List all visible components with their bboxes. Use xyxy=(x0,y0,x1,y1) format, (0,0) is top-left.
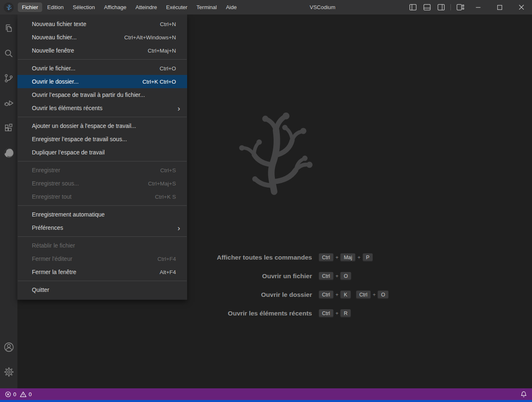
plus-separator: + xyxy=(335,273,338,279)
keycap: P xyxy=(363,253,373,261)
keycap: K xyxy=(340,291,350,298)
menu-shortcut: Ctrl+F4 xyxy=(149,256,176,262)
menubar-item-atteindre[interactable]: Atteindre xyxy=(131,2,161,12)
explorer-icon[interactable] xyxy=(0,18,17,39)
panel-left-icon xyxy=(409,4,416,10)
plus-separator: + xyxy=(373,292,376,298)
error-icon xyxy=(5,391,11,397)
menu-item-enregistrer: Enregistrer Ctrl+S xyxy=(17,164,187,177)
keycap: Ctrl xyxy=(356,291,371,298)
close-window-button[interactable] xyxy=(510,0,532,14)
menu-separator xyxy=(18,205,187,206)
close-icon xyxy=(519,5,524,10)
menu-item-enregistrement-automatique[interactable]: Enregistrement automatique xyxy=(17,208,187,221)
menu-bar: Fichier Edition Sélection Affichage Atte… xyxy=(17,0,241,14)
app-logo xyxy=(0,0,17,14)
menu-shortcut: Ctrl+Maj+S xyxy=(140,181,176,187)
menubar-item-fichier[interactable]: Fichier xyxy=(18,2,42,12)
maximize-icon xyxy=(497,5,502,10)
vscodium-window: Fichier Edition Sélection Affichage Atte… xyxy=(0,0,532,402)
menu-item-enregistrer-tout: Enregistrer tout Ctrl+K S xyxy=(17,190,187,203)
activity-bar xyxy=(0,14,17,388)
menu-item-enregistrer-sous: Enregistrer sous... Ctrl+Maj+S xyxy=(17,177,187,190)
menu-shortcut: Alt+F4 xyxy=(152,269,176,275)
plus-separator: + xyxy=(335,255,338,260)
plus-separator: + xyxy=(358,255,361,260)
menu-shortcut: Ctrl+N xyxy=(152,21,176,27)
shortcut-row-open-recent: Ouvrir les éléments récents Ctrl + R xyxy=(161,309,389,318)
welcome-shortcuts: Afficher toutes les commandes Ctrl + Maj… xyxy=(161,253,389,318)
keycap: Maj xyxy=(340,253,355,261)
search-icon[interactable] xyxy=(0,43,17,64)
shortcut-label: Ouvrir les éléments récents xyxy=(161,310,312,317)
customize-layout-button[interactable] xyxy=(453,0,467,14)
edge-browser-icon[interactable] xyxy=(0,142,17,164)
menubar-item-affichage[interactable]: Affichage xyxy=(100,2,130,12)
menubar-item-aide[interactable]: Aide xyxy=(222,2,241,12)
menu-item-quitter[interactable]: Quitter xyxy=(17,283,187,296)
menu-separator xyxy=(18,161,187,161)
menu-item-ouvrir-espace-travail[interactable]: Ouvrir l’espace de travail à partir du f… xyxy=(17,88,187,101)
vscodium-watermark-logo xyxy=(232,106,317,197)
keycap: Ctrl xyxy=(319,309,333,317)
settings-gear-icon[interactable] xyxy=(0,361,17,383)
maximize-button[interactable] xyxy=(489,0,510,14)
menu-shortcut: Ctrl+K Ctrl+O xyxy=(134,79,176,85)
menu-item-preferences[interactable]: Préférences › xyxy=(17,221,187,234)
menu-separator xyxy=(18,117,187,117)
menubar-item-terminal[interactable]: Terminal xyxy=(193,2,221,12)
account-icon[interactable] xyxy=(0,336,17,358)
warning-count: 0 xyxy=(29,391,31,397)
problems-indicator[interactable]: 0 0 xyxy=(5,391,31,397)
source-control-icon[interactable] xyxy=(0,67,17,89)
menu-item-dupliquer-espace[interactable]: Dupliquer l’espace de travail xyxy=(17,146,187,159)
customize-layout-icon xyxy=(457,4,464,10)
menubar-item-executer[interactable]: Exécuter xyxy=(162,2,191,12)
window-title: VSCodium xyxy=(310,0,335,14)
menu-shortcut: Ctrl+S xyxy=(152,167,176,173)
window-controls xyxy=(406,0,532,14)
menu-item-nouveau-fichier[interactable]: Nouveau fichier... Ctrl+Alt+Windows+N xyxy=(17,31,187,44)
menu-separator xyxy=(18,59,187,60)
plus-separator: + xyxy=(335,292,338,298)
status-bar: 0 0 xyxy=(0,388,532,400)
bell-icon xyxy=(520,391,527,398)
menu-item-nouvelle-fenetre[interactable]: Nouvelle fenêtre Ctrl+Maj+N xyxy=(17,44,187,57)
keycap: Ctrl xyxy=(319,272,333,280)
submenu-chevron-icon: › xyxy=(178,104,180,112)
file-menu-dropdown: Nouveau fichier texte Ctrl+N Nouveau fic… xyxy=(17,14,187,300)
menu-shortcut: Ctrl+K S xyxy=(147,194,176,200)
minimize-icon xyxy=(476,5,481,10)
taskbar-strip xyxy=(0,400,532,402)
menu-item-nouveau-fichier-texte[interactable]: Nouveau fichier texte Ctrl+N xyxy=(17,17,187,31)
warning-icon xyxy=(20,391,26,397)
toggle-panel-button[interactable] xyxy=(420,0,434,14)
keycap: O xyxy=(378,291,389,298)
notifications-button[interactable] xyxy=(520,391,527,398)
menu-item-ajouter-dossier[interactable]: Ajouter un dossier à l'espace de travail… xyxy=(17,119,187,132)
menubar-item-edition[interactable]: Edition xyxy=(43,2,68,12)
keycap: Ctrl xyxy=(319,291,333,298)
toggle-primary-sidebar-button[interactable] xyxy=(406,0,420,14)
shortcut-row-open-file: Ouvrir un fichier Ctrl + O xyxy=(161,272,389,281)
menu-item-ouvrir-le-fichier[interactable]: Ouvrir le fichier... Ctrl+O xyxy=(17,62,187,75)
minimize-button[interactable] xyxy=(467,0,489,14)
menu-item-ouvrir-elements-recents[interactable]: Ouvrir les éléments récents › xyxy=(17,101,187,115)
extensions-icon[interactable] xyxy=(0,117,17,139)
shortcut-row-open-folder: Ouvrir le dossier Ctrl + K Ctrl + O xyxy=(161,290,389,299)
toggle-secondary-sidebar-button[interactable] xyxy=(434,0,448,14)
menu-item-enregistrer-espace-sous[interactable]: Enregistrer l’espace de travail sous... xyxy=(17,132,187,146)
run-debug-icon[interactable] xyxy=(0,92,17,114)
menubar-item-selection[interactable]: Sélection xyxy=(69,2,99,12)
shortcut-row-show-commands: Afficher toutes les commandes Ctrl + Maj… xyxy=(161,253,389,262)
menu-item-ouvrir-le-dossier[interactable]: Ouvrir le dossier... Ctrl+K Ctrl+O xyxy=(17,75,187,88)
menu-item-retablir-le-fichier: Rétablir le fichier xyxy=(17,239,187,252)
keycap: Ctrl xyxy=(319,253,333,261)
menu-item-fermer-la-fenetre[interactable]: Fermer la fenêtre Alt+F4 xyxy=(17,265,187,279)
vscodium-logo-icon xyxy=(4,2,14,12)
menu-shortcut: Ctrl+Maj+N xyxy=(140,48,176,54)
panel-bottom-icon xyxy=(424,4,431,10)
menu-separator xyxy=(18,236,187,237)
controls-divider xyxy=(450,4,451,10)
panel-right-icon xyxy=(438,4,445,10)
